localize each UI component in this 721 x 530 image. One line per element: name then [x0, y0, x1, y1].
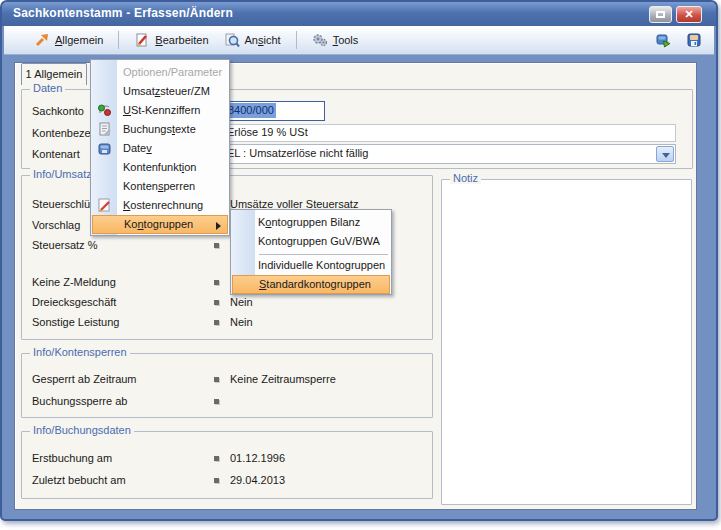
maximize-button[interactable]: [649, 6, 672, 23]
sachkonto-value: 8400/000: [227, 103, 276, 118]
notiz-fieldset: Notiz: [441, 179, 692, 505]
value-bullet: [214, 399, 219, 404]
bearbeiten-icon: [134, 32, 150, 48]
value-bullet: [214, 320, 219, 325]
app-window: Sachkontenstamm - Erfassen/Ändern ✕ Allg…: [0, 0, 718, 521]
toolbar-separator: [118, 31, 119, 49]
menu-item-kontensperren[interactable]: Kontensperren: [92, 177, 228, 196]
menu-tools[interactable]: Tools: [308, 30, 363, 50]
kontenart-label: Kontenart: [32, 148, 80, 160]
allgemein-arrow-icon: [34, 32, 50, 48]
kontenbezeichnung-input[interactable]: Erlöse 19 % USt: [218, 124, 676, 142]
toolbar-separator: [296, 31, 297, 49]
sachkonto-input[interactable]: 8400/000: [218, 101, 325, 121]
info-kontensperren-legend: Info/Kontensperren: [30, 346, 130, 358]
info-buchungsdaten-fieldset: Info/Buchungsdaten Erstbuchung am 01.12.…: [21, 431, 433, 499]
toolbar: Allgemein Bearbeiten Ansicht Tool: [4, 26, 714, 55]
menu-item-ust-kennziffern[interactable]: USt-Kennziffern: [92, 101, 228, 120]
submenu-item-kontogruppen-bilanz[interactable]: Kontogruppen Bilanz: [232, 213, 390, 232]
menu-item-kontenfunktion[interactable]: Kontenfunktion: [92, 158, 228, 177]
export-package-icon: [655, 32, 671, 48]
row-label: Erstbuchung am: [32, 452, 112, 464]
menu-allgemein[interactable]: Allgemein: [30, 30, 107, 50]
window-title: Sachkontenstamm - Erfassen/Ändern: [13, 6, 233, 20]
menu-item-optionen-parameter: Optionen/Parameter: [92, 63, 228, 82]
title-bar[interactable]: Sachkontenstamm - Erfassen/Ändern ✕: [2, 2, 716, 26]
maximize-icon: [656, 11, 665, 18]
kontenart-dropdown-button[interactable]: [656, 146, 674, 162]
row-label: Vorschlag: [32, 219, 80, 231]
save-button[interactable]: [682, 30, 706, 50]
row-label: Buchungssperre ab: [32, 395, 127, 407]
kontenart-combobox[interactable]: EL : Umsatzerlöse nicht fällig: [218, 144, 676, 164]
menu-item-kontogruppen[interactable]: Kontogruppen: [92, 215, 228, 234]
menu-tools-label: Tools: [333, 34, 359, 46]
info-kontensperren-fieldset: Info/Kontensperren Gesperrt ab Zeitraum …: [21, 353, 433, 418]
save-floppy-icon: [686, 32, 702, 48]
row-label: Dreiecksgeschäft: [32, 296, 116, 308]
submenu-separator: [259, 254, 388, 255]
row-value: Nein: [230, 316, 253, 328]
buchungstexte-icon: [96, 121, 113, 138]
daten-legend: Daten: [30, 82, 65, 94]
kontenart-value: EL : Umsatzerlöse nicht fällig: [227, 147, 368, 159]
value-bullet: [214, 478, 219, 483]
row-label: Sonstige Leistung: [32, 316, 119, 328]
value-bullet: [214, 300, 219, 305]
row-value: Nein: [230, 296, 253, 308]
value-bullet: [214, 243, 219, 248]
menu-bearbeiten-label: Bearbeiten: [155, 34, 208, 46]
export-button[interactable]: [651, 30, 675, 50]
screenshot: Sachkontenstamm - Erfassen/Ändern ✕ Allg…: [0, 0, 721, 530]
close-button[interactable]: ✕: [676, 6, 702, 23]
submenu-arrow-icon: [216, 222, 221, 230]
bearbeiten-dropdown-menu: Optionen/Parameter Umsatzsteuer/ZM USt-K…: [90, 59, 230, 236]
menu-item-datev[interactable]: Datev: [92, 139, 228, 158]
submenu-item-kontogruppen-guv-bwa[interactable]: Kontogruppen GuV/BWA: [232, 232, 390, 251]
value-bullet: [214, 280, 219, 285]
submenu-item-individuelle-kontogruppen[interactable]: Individuelle Kontogruppen: [232, 256, 390, 275]
menu-ansicht[interactable]: Ansicht: [220, 30, 285, 50]
row-label: Steuersatz %: [32, 239, 97, 251]
kontogruppen-submenu: Kontogruppen Bilanz Kontogruppen GuV/BWA…: [230, 209, 392, 295]
row-label: Gesperrt ab Zeitraum: [32, 373, 137, 385]
menu-allgemein-label: Allgemein: [55, 34, 103, 46]
close-icon: ✕: [677, 8, 701, 21]
row-value: Keine Zeitraumsperre: [230, 373, 336, 385]
row-label: Zuletzt bebucht am: [32, 474, 126, 486]
value-bullet: [214, 377, 219, 382]
row-value: 29.04.2013: [230, 474, 285, 486]
ust-kennziffern-icon: [96, 102, 113, 119]
kostenrechnung-icon: [96, 197, 113, 214]
menu-bearbeiten[interactable]: Bearbeiten: [130, 30, 212, 50]
sachkonto-label: Sachkonto: [32, 105, 84, 117]
tools-gears-icon: [312, 32, 328, 48]
row-label: Keine Z-Meldung: [32, 276, 116, 288]
ansicht-magnifier-icon: [224, 32, 240, 48]
chevron-down-icon: [662, 153, 670, 158]
menu-ansicht-label: Ansicht: [245, 34, 281, 46]
datev-icon: [96, 140, 113, 157]
submenu-item-standardkontogruppen[interactable]: Standardkontogruppen: [232, 275, 390, 294]
menu-item-buchungstexte[interactable]: Buchungstexte: [92, 120, 228, 139]
value-bullet: [214, 456, 219, 461]
menu-item-umsatzsteuer-zm[interactable]: Umsatzsteuer/ZM: [92, 82, 228, 101]
info-buchungsdaten-legend: Info/Buchungsdaten: [30, 424, 134, 436]
row-value: 01.12.1996: [230, 452, 285, 464]
notiz-legend: Notiz: [450, 172, 481, 184]
notiz-textarea[interactable]: [446, 186, 687, 500]
menu-item-kostenrechnung[interactable]: Kostenrechnung: [92, 196, 228, 215]
